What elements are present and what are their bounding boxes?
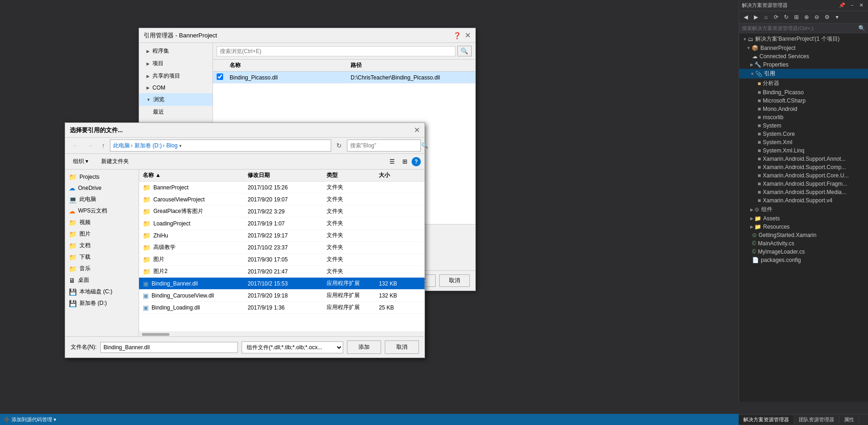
nav-music[interactable]: 📁 音乐 bbox=[65, 263, 139, 274]
filename-input[interactable] bbox=[100, 342, 238, 353]
se-binding-picasso[interactable]: ■ Binding_Picasso bbox=[739, 88, 868, 97]
file-row-pic2[interactable]: 📁图片2 2017/9/20 21:47 文件夹 bbox=[139, 266, 425, 278]
se-back-btn[interactable]: ◀ bbox=[741, 12, 750, 22]
ref-col-name[interactable]: 名称 bbox=[230, 61, 351, 69]
se-analyzers[interactable]: ■ 分析器 bbox=[739, 79, 868, 88]
se-settings-btn[interactable]: ⚙ bbox=[822, 12, 832, 22]
tab-solution-explorer[interactable]: 解决方案资源管理器 bbox=[739, 415, 794, 424]
file-row-gaoji[interactable]: 📁高级教学 2017/10/2 23:37 文件夹 bbox=[139, 242, 425, 254]
ref-search-btn[interactable]: 🔍 bbox=[457, 46, 472, 56]
se-mono-android[interactable]: ■ Mono.Android bbox=[739, 105, 868, 113]
se-forward-btn[interactable]: ▶ bbox=[751, 12, 760, 22]
se-mscorlib[interactable]: ■ mscorlib bbox=[739, 113, 868, 121]
se-resources[interactable]: ▶ 📁 Resources bbox=[739, 223, 868, 231]
file-row-loading[interactable]: 📁LoadingProject 2017/9/19 1:07 文件夹 bbox=[139, 218, 425, 230]
help-btn[interactable]: ? bbox=[412, 157, 421, 166]
se-minimize-btn[interactable]: − bbox=[849, 2, 856, 8]
file-cancel-btn[interactable]: 取消 bbox=[385, 340, 419, 354]
se-pin-btn[interactable]: 📌 bbox=[837, 2, 847, 8]
tab-team-explorer[interactable]: 团队资源管理器 bbox=[794, 415, 839, 424]
hscroll-thumb[interactable] bbox=[142, 333, 170, 336]
se-xamarin-annot[interactable]: ■ Xamarin.Android.Support.Annot... bbox=[739, 155, 868, 163]
new-folder-btn[interactable]: 新建文件夹 bbox=[96, 156, 134, 167]
se-home-btn[interactable]: ⌂ bbox=[761, 12, 771, 22]
col-size[interactable]: 大小 bbox=[379, 171, 421, 179]
se-search-icon[interactable]: 🔍 bbox=[858, 25, 865, 31]
se-more-btn[interactable]: ▾ bbox=[832, 12, 842, 22]
se-filter-btn[interactable]: ⊞ bbox=[792, 12, 801, 22]
se-xamarin-frag[interactable]: ■ Xamarin.Android.Support.Fragm... bbox=[739, 180, 868, 188]
se-xamarin-coreu[interactable]: ■ Xamarin.Android.Support.Core.U... bbox=[739, 171, 868, 180]
tile-view-btn[interactable]: ⊞ bbox=[399, 157, 411, 166]
file-row-zhihu[interactable]: 📁ZhiHu 2017/9/22 19:17 文件夹 bbox=[139, 230, 425, 242]
se-xamarin-comp[interactable]: ■ Xamarin.Android.Support.Comp... bbox=[739, 163, 868, 171]
se-microsoft-csharp[interactable]: ■ Microsoft.CSharp bbox=[739, 97, 868, 105]
nav-drive-c[interactable]: 💾 本地磁盘 (C:) bbox=[65, 286, 139, 298]
ref-sidebar-assemblies[interactable]: ▶ 程序集 bbox=[139, 45, 212, 57]
ref-col-path[interactable]: 路径 bbox=[351, 61, 472, 69]
list-view-btn[interactable]: ☰ bbox=[386, 157, 398, 166]
se-system[interactable]: ■ System bbox=[739, 121, 868, 130]
col-type[interactable]: 类型 bbox=[327, 171, 379, 179]
se-assets[interactable]: ▶ 📁 Assets bbox=[739, 214, 868, 223]
se-my-image-loader[interactable]: © MyImageLoader.cs bbox=[739, 248, 868, 256]
nav-documents[interactable]: 📁 文档 bbox=[65, 240, 139, 251]
ref-manager-help-btn[interactable]: ❓ bbox=[453, 32, 461, 39]
se-system-core[interactable]: ■ System.Core bbox=[739, 130, 868, 138]
nav-wps[interactable]: ☁ WPS云文档 bbox=[65, 205, 139, 217]
organize-btn[interactable]: 组织 ▾ bbox=[69, 156, 92, 167]
se-connected-services[interactable]: ☁ Connected Services bbox=[739, 52, 868, 61]
file-row-pic1[interactable]: 📁图片 2017/9/30 17:05 文件夹 bbox=[139, 254, 425, 266]
se-main-activity[interactable]: © MainActivity.cs bbox=[739, 239, 868, 248]
se-components[interactable]: ▶ ⚙ 组件 bbox=[739, 205, 868, 214]
filetype-select[interactable]: 组件文件(*.dll;*.tlb;*.olb;*.ocx... bbox=[242, 341, 343, 353]
file-dialog-search-input[interactable] bbox=[350, 142, 419, 149]
file-row-carousel[interactable]: 📁CarouselViewProject 2017/9/20 19:07 文件夹 bbox=[139, 194, 425, 206]
file-dialog-search-icon[interactable]: 🔍 bbox=[421, 142, 428, 149]
ref-manager-close-btn[interactable]: ✕ bbox=[465, 31, 471, 40]
file-list-hscrollbar[interactable] bbox=[139, 332, 425, 336]
col-name[interactable]: 名称 ▲ bbox=[143, 171, 248, 179]
se-close-btn[interactable]: ✕ bbox=[857, 2, 865, 8]
file-row-greatplace[interactable]: 📁GreatPlace博客图片 2017/9/22 3:29 文件夹 bbox=[139, 206, 425, 218]
ref-sidebar-com[interactable]: ▶ COM bbox=[139, 82, 212, 93]
se-getting-started[interactable]: ⊙ GettingStarted.Xamarin bbox=[739, 231, 868, 239]
address-part-1[interactable]: 新加卷 (D:) › bbox=[134, 142, 164, 150]
ref-sidebar-recent[interactable]: 最近 bbox=[139, 106, 212, 118]
nav-forward-btn[interactable]: → bbox=[84, 140, 97, 151]
se-collapse-btn[interactable]: ⊖ bbox=[812, 12, 821, 22]
nav-up-btn[interactable]: ↑ bbox=[98, 140, 108, 151]
file-row-binding-carousel[interactable]: ▣Binding_CarouselView.dll 2017/9/20 19:1… bbox=[139, 290, 425, 302]
ref-sidebar-browse[interactable]: ▼ 浏览 bbox=[139, 93, 212, 106]
nav-refresh-btn[interactable]: ↻ bbox=[333, 140, 345, 151]
se-xamarin-v4[interactable]: ■ Xamarin.Android.Support.v4 bbox=[739, 196, 868, 205]
nav-projects[interactable]: 📁 Projects bbox=[65, 171, 139, 182]
se-refresh-btn[interactable]: ↻ bbox=[782, 12, 791, 22]
nav-drive-d[interactable]: 💾 新加卷 (D:) bbox=[65, 298, 139, 309]
file-row-binding-loading[interactable]: ▣Binding_Loading.dll 2017/9/19 1:36 应用程序… bbox=[139, 302, 425, 314]
se-system-xml[interactable]: ■ System.Xml bbox=[739, 138, 868, 146]
nav-this-pc[interactable]: 💻 此电脑 bbox=[65, 194, 139, 205]
se-xamarin-media[interactable]: ■ Xamarin.Android.Support.Media... bbox=[739, 188, 868, 196]
nav-onedrive[interactable]: ☁ OneDrive bbox=[65, 182, 139, 194]
nav-pictures[interactable]: 📁 图片 bbox=[65, 228, 139, 240]
se-properties[interactable]: ▶ 🔧 Properties bbox=[739, 61, 868, 69]
nav-videos[interactable]: 📁 视频 bbox=[65, 217, 139, 228]
ref-search-input[interactable] bbox=[217, 46, 455, 56]
file-row-banner-project[interactable]: 📁BannerProject 2017/10/2 15:26 文件夹 bbox=[139, 182, 425, 194]
se-search-input[interactable] bbox=[742, 25, 856, 31]
address-dropdown-btn[interactable]: ▾ bbox=[179, 143, 182, 148]
address-part-0[interactable]: 此电脑 › bbox=[113, 142, 133, 150]
file-row-binding-banner[interactable]: ▣Binding_Banner.dll 2017/10/2 15:53 应用程序… bbox=[139, 278, 425, 290]
ref-row-checkbox[interactable] bbox=[217, 73, 230, 81]
se-packages-config[interactable]: 📄 packages.config bbox=[739, 256, 868, 264]
se-system-xml-linq[interactable]: ■ System.Xml.Linq bbox=[739, 146, 868, 155]
nav-downloads[interactable]: 📁 下载 bbox=[65, 251, 139, 263]
se-solution-root[interactable]: ▼ 🗂 解决方案'BannerProject'(1 个项目) bbox=[739, 34, 868, 44]
file-dialog-close-btn[interactable]: ✕ bbox=[414, 126, 420, 134]
ref-table-row-0[interactable]: Binding_Picasso.dll D:\ChrisTeacher\Bind… bbox=[213, 72, 475, 84]
tab-properties[interactable]: 属性 bbox=[839, 415, 859, 424]
address-bar[interactable]: 此电脑 › 新加卷 (D:) › Blog ▾ bbox=[110, 140, 331, 152]
nav-desktop[interactable]: 🖥 桌面 bbox=[65, 274, 139, 286]
ref-cancel-btn[interactable]: 取消 bbox=[439, 274, 470, 287]
